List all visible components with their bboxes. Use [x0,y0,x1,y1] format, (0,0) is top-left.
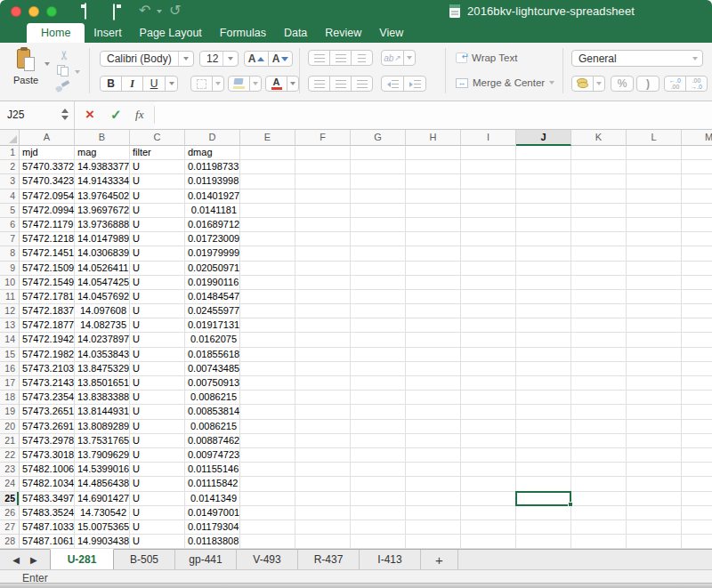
cell-A12[interactable]: 57472.1837 [20,304,75,318]
cell-E22[interactable] [240,448,295,463]
cell-I25[interactable] [461,492,516,506]
cell-F25[interactable] [295,492,351,506]
cell-J5[interactable] [516,204,571,218]
cell-C3[interactable]: U [130,174,185,189]
cell-L3[interactable] [627,174,682,189]
cell-A14[interactable]: 57472.1942 [20,333,75,347]
cell-M23[interactable] [682,463,712,477]
cell-E5[interactable] [240,204,295,218]
cell-B16[interactable]: 13.8475329 [75,362,130,376]
cell-H24[interactable] [406,477,461,491]
cell-L9[interactable] [627,262,682,276]
cell-L19[interactable] [627,405,682,419]
cell-M12[interactable] [682,304,712,318]
cell-L2[interactable] [627,160,682,174]
cell-E7[interactable] [240,232,295,246]
cell-G24[interactable] [351,477,406,491]
prev-sheet-button[interactable]: ◀ [12,555,20,565]
cell-K27[interactable] [571,520,627,535]
cell-E23[interactable] [240,463,295,477]
cell-M8[interactable] [682,246,712,261]
cell-L1[interactable] [627,146,682,160]
cell-D23[interactable]: 0.01155146 [185,463,240,477]
cell-D2[interactable]: 0.01198733 [185,160,240,174]
cell-F9[interactable] [295,262,351,276]
formula-input[interactable] [155,101,712,128]
cell-C22[interactable]: U [130,448,185,463]
decrease-decimal-button[interactable]: .00→.0 [685,76,708,92]
cell-M22[interactable] [682,448,712,463]
cell-H13[interactable] [406,318,461,333]
cell-I27[interactable] [461,520,516,535]
cell-H10[interactable] [406,276,461,290]
cell-H6[interactable] [406,218,461,232]
cell-F6[interactable] [295,218,351,232]
cell-F20[interactable] [295,420,351,434]
cell-G10[interactable] [351,276,406,290]
cell-C15[interactable]: U [130,348,185,362]
cell-F12[interactable] [295,304,351,318]
column-header-H[interactable]: H [406,130,461,146]
row-header-28[interactable]: 28 [0,535,20,549]
font-size-dropdown[interactable] [223,57,238,60]
cell-M14[interactable] [682,333,712,347]
cell-M25[interactable] [682,492,712,506]
undo-dropdown[interactable] [157,10,162,13]
cell-I26[interactable] [461,506,516,520]
cell-I6[interactable] [461,218,516,232]
cell-B1[interactable]: mag [75,146,130,160]
cell-E1[interactable] [240,146,295,160]
cell-I17[interactable] [461,376,516,391]
cell-K21[interactable] [571,434,627,448]
row-header-5[interactable]: 5 [0,204,20,218]
cell-D20[interactable]: 0.0086215 [185,420,240,434]
cell-A9[interactable]: 57472.1509 [20,262,75,276]
cell-K11[interactable] [571,290,627,304]
cell-G8[interactable] [351,246,406,261]
cell-D1[interactable]: dmag [185,146,240,160]
cell-G14[interactable] [351,333,406,347]
cell-B11[interactable]: 14.0457692 [75,290,130,304]
cell-H27[interactable] [406,520,461,535]
sheet-tab-i413[interactable]: I-413 [360,550,421,569]
cell-K7[interactable] [571,232,627,246]
tab-page-layout[interactable]: Page Layout [131,23,211,43]
cell-I7[interactable] [461,232,516,246]
cell-F10[interactable] [295,276,351,290]
row-header-11[interactable]: 11 [0,290,20,304]
cell-C25[interactable]: U [130,492,185,506]
cell-A19[interactable]: 57473.2651 [20,405,75,419]
cell-B9[interactable]: 14.0526411 [75,262,130,276]
borders-dropdown[interactable] [212,76,224,92]
cell-I10[interactable] [461,276,516,290]
cell-E24[interactable] [240,477,295,491]
cell-D12[interactable]: 0.02455977 [185,304,240,318]
cell-B7[interactable]: 14.0147989 [75,232,130,246]
cell-F7[interactable] [295,232,351,246]
cell-C14[interactable]: U [130,333,185,347]
cell-J15[interactable] [516,348,571,362]
tab-view[interactable]: View [370,23,412,43]
cell-C4[interactable]: U [130,189,185,204]
cell-F13[interactable] [295,318,351,333]
align-middle-button[interactable] [329,50,352,66]
selected-cell-J25[interactable] [515,491,571,506]
cell-J26[interactable] [516,506,571,520]
undo-button[interactable]: ↶ [139,4,150,18]
cell-M7[interactable] [682,232,712,246]
fill-handle[interactable] [568,502,573,507]
cell-G1[interactable] [351,146,406,160]
cell-I8[interactable] [461,246,516,261]
cell-D10[interactable]: 0.01990116 [185,276,240,290]
insert-function-button[interactable]: fx [135,108,143,122]
cell-H3[interactable] [406,174,461,189]
cell-K16[interactable] [571,362,627,376]
cell-F18[interactable] [295,391,351,405]
cell-L28[interactable] [627,535,682,549]
cell-K12[interactable] [571,304,627,318]
currency-button[interactable] [571,76,594,92]
column-header-K[interactable]: K [571,130,627,146]
row-header-16[interactable]: 16 [0,362,20,376]
name-box-stepper[interactable] [61,109,69,120]
cell-M28[interactable] [682,535,712,549]
